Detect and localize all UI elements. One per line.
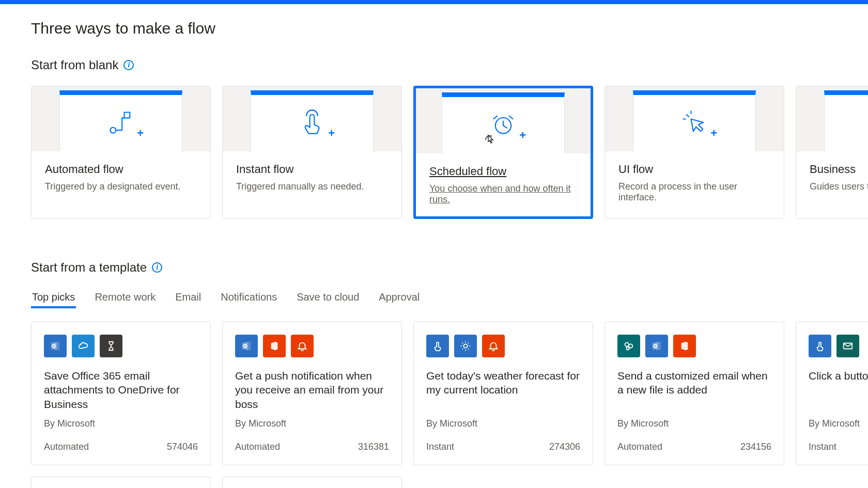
mouse-cursor-icon xyxy=(484,134,496,146)
sharepoint-icon xyxy=(617,335,640,357)
next-row-placeholder xyxy=(31,477,868,488)
template-footer: Automated 234156 xyxy=(617,442,771,452)
automated-flow-card[interactable]: + Automated flow Triggered by a designat… xyxy=(31,86,211,219)
tile-icon-row xyxy=(44,335,198,357)
card-title: Instant flow xyxy=(236,163,388,176)
card-body: Scheduled flow You choose when and how o… xyxy=(416,153,591,216)
card-desc: Record a process in the user interface. xyxy=(618,181,770,203)
tile-icon-row xyxy=(235,335,389,357)
blank-heading: Start from blank xyxy=(31,58,118,72)
main-content: Three ways to make a flow Start from bla… xyxy=(0,4,868,488)
template-card-weather-today[interactable]: Get today's weather forecast for my curr… xyxy=(413,322,593,465)
plus-icon: + xyxy=(710,127,717,140)
office-icon xyxy=(263,335,286,357)
tab-notifications[interactable]: Notifications xyxy=(220,288,278,308)
blank-heading-row: Start from blank xyxy=(31,58,868,72)
card-title: Scheduled flow xyxy=(429,165,577,178)
outlook-icon xyxy=(44,335,67,357)
instant-flow-card[interactable]: + Instant flow Triggered manually as nee… xyxy=(222,86,402,219)
sun-icon xyxy=(454,335,477,357)
mail-icon xyxy=(836,335,859,357)
svg-rect-0 xyxy=(125,112,130,118)
tab-top-picks[interactable]: Top picks xyxy=(31,288,76,308)
template-heading: Start from a template xyxy=(31,260,147,275)
plus-icon: + xyxy=(519,129,526,142)
card-body: Business Guides users through the proces… xyxy=(796,151,868,218)
card-preview: + xyxy=(32,86,210,151)
plus-icon: + xyxy=(328,127,335,140)
info-icon[interactable] xyxy=(123,60,134,70)
tile-icon-row xyxy=(809,335,868,357)
ui-flow-card[interactable]: + UI flow Record a process in the user i… xyxy=(605,86,784,219)
template-author: By Microsoft xyxy=(426,418,580,429)
card-preview: + xyxy=(605,86,784,151)
template-footer: Automated 574046 xyxy=(44,442,198,452)
template-author: By Microsoft xyxy=(235,418,389,429)
svg-point-11 xyxy=(625,343,629,347)
template-title: Send a customized email when a new file … xyxy=(617,369,771,412)
card-desc: Triggered by a designated event. xyxy=(45,181,197,192)
template-card-push-boss-email[interactable]: Get a push notification when you receive… xyxy=(222,322,402,465)
template-card-save-office-att[interactable]: Save Office 365 email attachments to One… xyxy=(31,322,211,465)
template-count: 234156 xyxy=(740,442,771,452)
preview-inner: + xyxy=(442,92,565,153)
card-desc: Guides users through the process. xyxy=(810,181,868,192)
template-type: Automated xyxy=(617,442,662,452)
tap-icon xyxy=(299,109,326,138)
business-flow-card[interactable]: + Business Guides users through the proc… xyxy=(796,86,868,219)
cloud-icon xyxy=(72,335,95,357)
template-title: Get today's weather forecast for my curr… xyxy=(426,369,580,412)
scheduled-flow-card[interactable]: + Scheduled flow You choose when and how… xyxy=(413,86,593,219)
template-title: Get a push notification when you receive… xyxy=(235,369,389,412)
template-type: Automated xyxy=(235,442,280,452)
template-author: By Microsoft xyxy=(809,418,868,429)
template-tabs: Top picksRemote workEmailNotificationsSa… xyxy=(31,288,868,308)
info-icon[interactable] xyxy=(152,262,162,273)
template-card-placeholder[interactable] xyxy=(222,477,402,488)
preview-inner: + xyxy=(824,90,868,151)
tap-icon xyxy=(809,335,831,357)
card-body: Instant flow Triggered manually as neede… xyxy=(223,151,401,218)
page-title: Three ways to make a flow xyxy=(31,20,868,37)
card-title: Business xyxy=(810,163,868,176)
card-preview: + xyxy=(416,88,591,153)
branch-icon xyxy=(107,109,134,138)
template-count: 316381 xyxy=(358,442,389,452)
outlook-icon xyxy=(645,335,668,357)
tile-icon-row xyxy=(617,335,771,357)
outlook-icon xyxy=(235,335,258,357)
bell-icon xyxy=(482,335,505,357)
hourglass-icon xyxy=(100,335,122,357)
template-title: Save Office 365 email attachments to One… xyxy=(44,369,198,412)
tab-email[interactable]: Email xyxy=(174,288,202,308)
preview-inner: + xyxy=(59,90,182,151)
bell-icon xyxy=(291,335,314,357)
preview-inner: + xyxy=(633,90,756,151)
tile-icon-row xyxy=(426,335,580,357)
template-type: Instant xyxy=(809,442,836,452)
template-card-click-button-partial[interactable]: Click a button By Microsoft Instant xyxy=(796,322,868,465)
card-body: Automated flow Triggered by a designated… xyxy=(32,151,210,218)
template-count: 274306 xyxy=(549,442,580,452)
card-preview: + xyxy=(223,86,401,151)
blank-flow-cards: + Automated flow Triggered by a designat… xyxy=(31,86,868,219)
tab-remote-work[interactable]: Remote work xyxy=(94,288,157,308)
tab-approval[interactable]: Approval xyxy=(378,288,421,308)
template-type: Automated xyxy=(44,442,89,452)
tap-icon xyxy=(426,335,449,357)
card-title: UI flow xyxy=(618,163,770,176)
cursor-click-icon xyxy=(681,109,708,138)
svg-point-13 xyxy=(626,347,629,350)
template-card-custom-email-new-file[interactable]: Send a customized email when a new file … xyxy=(605,322,784,465)
tab-save-to-cloud[interactable]: Save to cloud xyxy=(296,288,360,308)
plus-icon: + xyxy=(137,127,144,140)
top-bar xyxy=(0,0,868,4)
card-desc: You choose when and how often it runs. xyxy=(429,183,577,205)
template-footer: Automated 316381 xyxy=(235,442,389,452)
card-body: UI flow Record a process in the user int… xyxy=(605,151,784,218)
template-card-placeholder[interactable] xyxy=(31,477,211,488)
svg-point-10 xyxy=(463,344,467,348)
template-title: Click a button xyxy=(809,369,868,412)
template-author: By Microsoft xyxy=(617,418,771,429)
template-footer: Instant xyxy=(809,442,868,452)
